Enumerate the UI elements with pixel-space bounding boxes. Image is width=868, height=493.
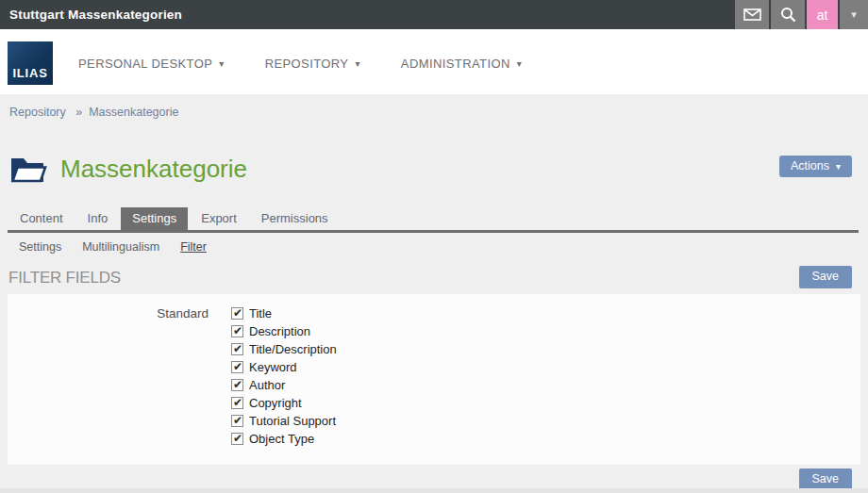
- main-menu-item[interactable]: REPOSITORY ▾: [265, 57, 360, 71]
- checkmark-icon: ✔: [233, 380, 242, 390]
- checkmark-icon: ✔: [233, 416, 242, 426]
- checkbox[interactable]: ✔: [231, 415, 243, 427]
- user-avatar[interactable]: at: [807, 0, 838, 29]
- filter-option-row: ✔ Keyword: [231, 358, 337, 376]
- subtab[interactable]: Multilingualism: [72, 240, 170, 254]
- checkbox-label[interactable]: Tutorial Support: [249, 414, 336, 428]
- checkbox-label[interactable]: Keyword: [249, 360, 297, 374]
- chevron-down-icon: ▾: [851, 8, 857, 21]
- chevron-down-icon: ▾: [219, 58, 224, 69]
- breadcrumb: Repository » Massenkategorie: [0, 94, 868, 119]
- footer-strip: [0, 488, 868, 493]
- checkbox-label[interactable]: Copyright: [249, 396, 302, 410]
- checkbox[interactable]: ✔: [231, 325, 243, 337]
- main-navbar: ILIAS PERSONAL DESKTOP ▾ REPOSITORY ▾ AD…: [0, 29, 868, 94]
- save-button-top[interactable]: Save: [799, 266, 853, 288]
- filter-option-row: ✔ Object Type: [231, 430, 337, 448]
- checkmark-icon: ✔: [233, 362, 242, 372]
- checkmark-icon: ✔: [233, 308, 242, 319]
- page-header: Massenkategorie Actions ▾: [8, 155, 860, 185]
- checkmark-icon: ✔: [233, 434, 242, 444]
- checkbox[interactable]: ✔: [231, 307, 243, 320]
- user-menu-button[interactable]: ▾: [840, 0, 868, 29]
- search-icon: [780, 7, 796, 23]
- filter-options-list: ✔ Title ✔ Description ✔ Title/Descriptio…: [231, 304, 337, 448]
- checkbox-label[interactable]: Title: [249, 306, 272, 320]
- tab[interactable]: Content: [8, 207, 75, 230]
- checkbox[interactable]: ✔: [231, 343, 243, 355]
- breadcrumb-link[interactable]: Repository: [9, 106, 66, 119]
- checkbox[interactable]: ✔: [231, 361, 243, 373]
- subtab-bar: SettingsMultilingualismFilter: [8, 233, 860, 254]
- section-title: FILTER FIELDS: [8, 269, 121, 288]
- filter-option-row: ✔ Author: [231, 376, 337, 394]
- category-folder-icon: [9, 156, 47, 183]
- tab[interactable]: Permissions: [250, 207, 340, 230]
- checkbox-label[interactable]: Title/Description: [249, 342, 337, 356]
- topbar-actions: at ▾: [733, 0, 868, 29]
- main-menu: PERSONAL DESKTOP ▾ REPOSITORY ▾ ADMINIST…: [78, 57, 522, 71]
- checkbox[interactable]: ✔: [231, 397, 243, 409]
- tab[interactable]: Settings: [121, 207, 188, 230]
- installation-title: Stuttgart Massenkategorien: [0, 0, 733, 29]
- subtab[interactable]: Filter: [170, 240, 217, 254]
- filter-option-row: ✔ Copyright: [231, 394, 337, 412]
- page-title: Massenkategorie: [60, 155, 247, 183]
- search-button[interactable]: [771, 0, 805, 29]
- actions-button[interactable]: Actions ▾: [779, 156, 852, 177]
- chevron-down-icon: ▾: [355, 58, 359, 69]
- chevron-down-icon: ▾: [836, 161, 841, 172]
- checkmark-icon: ✔: [233, 398, 242, 408]
- breadcrumb-link[interactable]: Massenkategorie: [89, 106, 178, 119]
- breadcrumb-separator: »: [75, 106, 82, 119]
- section-header: FILTER FIELDS Save: [0, 267, 868, 291]
- main-menu-item[interactable]: ADMINISTRATION ▾: [401, 57, 522, 71]
- filter-option-row: ✔ Title/Description: [231, 340, 337, 358]
- filter-option-row: ✔ Tutorial Support: [231, 412, 337, 430]
- filter-option-row: ✔ Title: [231, 304, 337, 322]
- standard-field-label: Standard: [8, 304, 209, 448]
- checkbox-label[interactable]: Author: [249, 378, 285, 392]
- tab[interactable]: Info: [76, 207, 120, 230]
- ilias-app-window: Stuttgart Massenkategorien at: [0, 0, 868, 493]
- main-menu-item[interactable]: PERSONAL DESKTOP ▾: [78, 57, 225, 71]
- checkbox-label[interactable]: Object Type: [249, 432, 314, 446]
- mail-button[interactable]: [735, 0, 769, 29]
- tab-bar: ContentInfoSettingsExportPermissions: [8, 207, 859, 233]
- checkbox-label[interactable]: Description: [249, 324, 310, 338]
- mail-icon: [743, 8, 761, 21]
- tab[interactable]: Export: [190, 207, 248, 230]
- ilias-logo[interactable]: ILIAS: [8, 41, 53, 85]
- subtab[interactable]: Settings: [8, 240, 72, 254]
- checkbox[interactable]: ✔: [231, 379, 243, 391]
- chevron-down-icon: ▾: [517, 58, 522, 69]
- filter-fields-form: Standard ✔ Title ✔ Description ✔ Title/D…: [8, 294, 860, 465]
- checkbox[interactable]: ✔: [231, 433, 243, 445]
- checkmark-icon: ✔: [233, 344, 242, 354]
- checkmark-icon: ✔: [233, 326, 242, 337]
- filter-option-row: ✔ Description: [231, 322, 337, 340]
- top-bar: Stuttgart Massenkategorien at: [0, 0, 868, 29]
